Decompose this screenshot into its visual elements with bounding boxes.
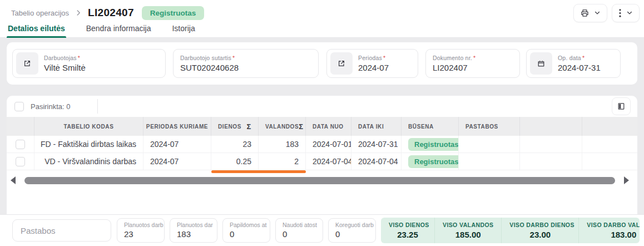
- toolbar-divider: [97, 99, 98, 114]
- status-badge: Registruotas: [408, 138, 459, 151]
- scroll-left-icon[interactable]: [11, 176, 16, 184]
- page-title: LI202407: [88, 7, 134, 19]
- field-label: Dokumento nr.*: [433, 55, 475, 61]
- cell-periodas: 2024-07: [143, 153, 211, 170]
- horizontal-scrollbar: [7, 175, 637, 185]
- chevron-right-icon: [75, 9, 82, 17]
- field-value: Viltė Smiltė: [44, 63, 86, 72]
- field-label: Darbuotojas*: [44, 55, 86, 61]
- tab-bar: Detalios eilutės Bendra informacija Isto…: [0, 22, 644, 38]
- select-all-checkbox[interactable]: [14, 102, 24, 111]
- tab-detalios-eilutes[interactable]: Detalios eilutės: [7, 24, 66, 38]
- breadcrumb: Tabelio operacijos LI202407 Registruotas: [0, 0, 644, 22]
- open-in-new-icon[interactable]: [16, 52, 38, 75]
- row-checkbox[interactable]: [16, 140, 25, 149]
- col-data-iki[interactable]: Data iki: [351, 117, 402, 136]
- col-filler: [582, 117, 637, 136]
- selected-count-label: Pasirinkta: 0: [31, 102, 71, 111]
- scroll-right-icon[interactable]: [624, 176, 629, 184]
- pastabos-input[interactable]: [12, 219, 111, 242]
- print-button[interactable]: [573, 4, 607, 22]
- field-value: LI202407: [433, 63, 475, 72]
- col-empty: [520, 117, 582, 136]
- table-row[interactable]: FD - Faktiškai dirbtas laikas 2024-07 23…: [7, 136, 637, 153]
- col-periodas-kuriame[interactable]: Periodas kuriame: [143, 117, 211, 136]
- cell-valandos: 2: [259, 153, 306, 170]
- stat-koreguoti[interactable]: Koreguoti darb 0: [328, 218, 376, 243]
- periodas-field[interactable]: Periodas* 2024-07: [326, 49, 418, 78]
- printer-icon: [580, 8, 589, 18]
- field-value: 2024-07-31: [558, 63, 601, 72]
- cell-filler: [582, 153, 637, 170]
- chevron-down-icon: [594, 9, 601, 16]
- stats-group: Planuotos darb 23 Planuotos dar 183 Papi…: [117, 218, 376, 243]
- cell-pastabos: [459, 153, 520, 170]
- cell-empty: [520, 136, 582, 152]
- cell-dienos: 0.25: [211, 153, 259, 170]
- row-checkbox[interactable]: [16, 157, 25, 166]
- stat-papildomos[interactable]: Papildomos at 0: [222, 218, 270, 243]
- top-bar: Tabelio operacijos LI202407 Registruotas: [0, 0, 644, 38]
- total-viso-darbo-valandos: VISO DARBO VALANDOS 183.00: [579, 218, 640, 243]
- breadcrumb-root[interactable]: Tabelio operacijos: [11, 9, 69, 17]
- cell-data-iki: 2024-07-04: [351, 153, 402, 170]
- table-columns-icon: [617, 102, 626, 111]
- total-viso-valandos: VISO VALANDOS 185.00: [435, 218, 502, 243]
- scrollbar-thumb[interactable]: [24, 177, 615, 184]
- cell-filler: [582, 136, 637, 152]
- col-busena[interactable]: Būsena: [402, 117, 459, 136]
- cell-data-nuo: 2024-07-01: [306, 136, 351, 152]
- table-row[interactable]: VD - Viršvalandinis darbas 2024-07 0.25 …: [7, 153, 637, 170]
- field-value: SUT020240628: [180, 63, 239, 72]
- sigma-icon[interactable]: Σ: [247, 122, 251, 131]
- cell-tabelio-kodas: FD - Faktiškai dirbtas laikas: [34, 136, 143, 152]
- total-viso-darbo-dienos: VISO DARBO DIENOS 23.00: [502, 218, 579, 243]
- cell-tabelio-kodas: VD - Viršvalandinis darbas: [34, 153, 143, 170]
- sigma-icon[interactable]: Σ: [299, 122, 303, 131]
- table-toolbar: Pasirinkta: 0: [7, 96, 637, 117]
- field-label: Darbuotojo sutartis*: [180, 55, 239, 61]
- dokumento-nr-field[interactable]: Dokumento nr.* LI202407: [425, 49, 520, 78]
- sum-columns-indicator: [211, 170, 306, 173]
- table-header-row: Tabelio kodas Periodas kuriame DienosΣ V…: [7, 117, 637, 136]
- detail-lines-card: Pasirinkta: 0 Tabelio kodas Periodas kur…: [7, 96, 637, 214]
- cell-data-nuo: 2024-07-04: [306, 153, 351, 170]
- chevron-down-icon: [626, 9, 633, 16]
- cell-busena: Registruotas: [402, 136, 459, 152]
- summary-footer: Planuotos darb 23 Planuotos dar 183 Papi…: [0, 214, 644, 246]
- cell-data-iki: 2024-07-31: [351, 136, 402, 152]
- stat-planuotos-dienos[interactable]: Planuotos darb 23: [117, 218, 165, 243]
- darbuotojas-field[interactable]: Darbuotojas* Viltė Smiltė: [12, 49, 166, 78]
- column-settings-button[interactable]: [612, 97, 631, 115]
- header-checkbox-cell: [7, 117, 34, 136]
- op-data-field[interactable]: Op. data* 2024-07-31: [526, 49, 621, 78]
- cell-busena: Registruotas: [402, 153, 459, 170]
- status-badge: Registruotas: [142, 6, 205, 20]
- cell-valandos: 183: [259, 136, 306, 152]
- status-badge: Registruotas: [408, 155, 459, 168]
- field-label: Op. data*: [558, 55, 601, 61]
- cell-pastabos: [459, 136, 520, 152]
- tab-istorija[interactable]: Istorija: [171, 24, 196, 38]
- field-value: 2024-07: [358, 63, 389, 72]
- cell-periodas: 2024-07: [143, 136, 211, 152]
- stat-planuotos-valandos[interactable]: Planuotos dar 183: [170, 218, 217, 243]
- kebab-menu-icon: [618, 8, 622, 18]
- tab-bendra-informacija[interactable]: Bendra informacija: [85, 24, 152, 38]
- totals-group: VISO DIENOS 23.25 VISO VALANDOS 185.00 V…: [381, 218, 640, 243]
- stat-naudoti-atostogu[interactable]: Naudoti atost 0: [275, 218, 323, 243]
- more-actions-button[interactable]: [612, 4, 640, 22]
- field-label: Periodas*: [358, 55, 389, 61]
- col-valandos[interactable]: ValandosΣ: [259, 117, 306, 136]
- cell-empty: [520, 153, 582, 170]
- open-in-new-icon[interactable]: [330, 52, 353, 75]
- app-window: Tabelio operacijos LI202407 Registruotas: [0, 0, 644, 246]
- col-dienos[interactable]: DienosΣ: [211, 117, 259, 136]
- calendar-icon[interactable]: [530, 52, 552, 75]
- total-viso-dienos: VISO DIENOS 23.25: [381, 218, 435, 243]
- col-data-nuo[interactable]: Data nuo: [306, 117, 351, 136]
- darbuotojo-sutartis-field[interactable]: Darbuotojo sutartis* SUT020240628: [173, 49, 319, 78]
- cell-dienos: 23: [211, 136, 259, 152]
- col-pastabos[interactable]: Pastabos: [459, 117, 520, 136]
- col-tabelio-kodas[interactable]: Tabelio kodas: [34, 117, 143, 136]
